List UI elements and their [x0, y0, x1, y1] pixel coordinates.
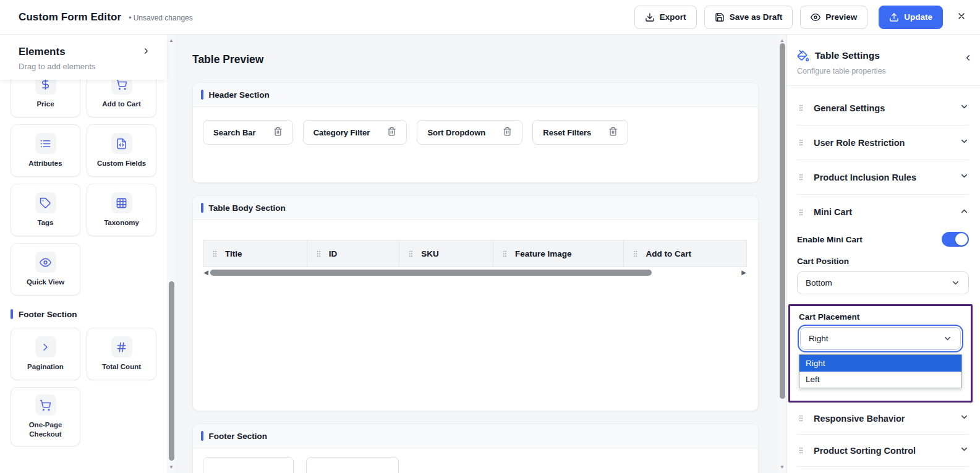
section-bar [201, 203, 203, 213]
table-column-add-to-cart[interactable]: Add to Cart [624, 241, 746, 266]
accordion-label: Product Inclusion Rules [814, 173, 916, 182]
grip-icon [501, 250, 509, 258]
scroll-left-arrow[interactable]: ◀ [203, 270, 209, 276]
chevron-down-icon-slot[interactable] [960, 137, 969, 148]
grip-icon [797, 104, 805, 112]
element-card-total-count[interactable]: Total Count [87, 328, 156, 380]
section-bar [11, 309, 13, 319]
accordion-row-general-settings[interactable]: General Settings [797, 91, 969, 126]
chevron-down-icon-slot[interactable] [960, 445, 969, 456]
cart-position-value: Bottom [806, 278, 832, 288]
table-horizontal-scrollbar[interactable]: ◀ ▶ [203, 268, 747, 277]
element-card-custom-fields[interactable]: Custom Fields [87, 124, 156, 177]
delete-chip-button[interactable] [503, 127, 512, 138]
update-button[interactable]: Update [879, 6, 943, 29]
preview-button[interactable]: Preview [800, 6, 867, 29]
scrollbar-thumb[interactable] [780, 43, 785, 399]
grip-icon [315, 250, 323, 258]
footer-chip[interactable] [306, 457, 399, 473]
cart-placement-dropdown: RightLeft [799, 354, 962, 388]
dropdown-option-right[interactable]: Right [799, 355, 961, 372]
chevron-down-icon-slot[interactable] [960, 412, 969, 424]
dropdown-option-left[interactable]: Left [799, 372, 961, 388]
chevron-down-icon [960, 171, 969, 181]
element-card-tags[interactable]: Tags [11, 184, 80, 236]
accordion-row-responsive-behavior[interactable]: Responsive Behavior [797, 403, 969, 435]
elements-grid: PriceAdd to CartAttributesCustom FieldsT… [11, 65, 167, 296]
element-card-attributes[interactable]: Attributes [11, 124, 80, 177]
preview-button-label: Preview [825, 12, 857, 22]
footer-section-titlebar[interactable]: Footer Section [193, 424, 758, 448]
elements-panel-subtitle: Drag to add elements [19, 62, 151, 71]
accordion-row-product-sorting-control[interactable]: Product Sorting Control [797, 435, 969, 467]
file-code-icon [116, 138, 127, 150]
chip-sort-dropdown[interactable]: Sort Dropdown [417, 120, 522, 145]
elements-sidebar-content: Elements Drag to add elements PriceAdd t… [0, 35, 176, 473]
settings-collapse-button[interactable] [963, 53, 973, 64]
cart-icon [116, 79, 127, 90]
cart-placement-label: Cart Placement [799, 312, 962, 322]
scrollbar-track[interactable] [209, 270, 741, 276]
column-label: Add to Cart [646, 249, 691, 258]
element-card-one-page-checkout[interactable]: One-Page Checkout [11, 387, 80, 446]
chip-search-bar[interactable]: Search Bar [203, 120, 293, 145]
cart-placement-select[interactable]: Right [800, 327, 961, 350]
table-column-id[interactable]: ID [307, 241, 400, 266]
accordion-row-product-inclusion-rules[interactable]: Product Inclusion Rules [797, 160, 969, 195]
topbar-actions: Export Save as Draft Preview Update [634, 6, 966, 29]
element-card-label: Tags [38, 218, 54, 228]
trash-icon [387, 127, 396, 136]
table-body-titlebar[interactable]: Table Body Section [193, 196, 758, 220]
scrollbar-thumb[interactable] [169, 281, 174, 461]
chip-category-filter[interactable]: Category Filter [303, 120, 407, 145]
table-column-feature-image[interactable]: Feature Image [493, 241, 624, 266]
element-card-taxonomy[interactable]: Taxonomy [87, 184, 156, 236]
table-column-sku[interactable]: SKU [399, 241, 493, 266]
table-preview-title: Table Preview [192, 53, 786, 66]
main-scrollbar[interactable]: ▲ ▼ [778, 35, 786, 473]
scroll-up-arrow[interactable]: ▲ [167, 36, 176, 45]
table-settings-panel: Table Settings Configure table propertie… [786, 35, 980, 473]
footer-chip[interactable] [203, 457, 294, 473]
section-bar [201, 90, 203, 100]
table-column-title[interactable]: Title [203, 241, 307, 266]
element-card-pagination[interactable]: Pagination [11, 328, 80, 380]
chevron-left-icon [963, 53, 973, 62]
save-as-draft-label: Save as Draft [730, 12, 783, 22]
chip-reset-filters[interactable]: Reset Filters [532, 120, 628, 145]
enable-mini-cart-toggle[interactable] [942, 232, 969, 247]
scroll-down-arrow[interactable]: ▼ [167, 462, 176, 472]
export-button[interactable]: Export [634, 6, 697, 29]
element-card-quick-view[interactable]: Quick View [11, 243, 80, 296]
sidebar-scrollbar[interactable]: ▲ ▼ [167, 35, 176, 473]
close-button[interactable] [957, 11, 966, 23]
footer-chips [193, 448, 758, 473]
chevron-up-icon-slot[interactable] [960, 207, 969, 218]
grip-icon [797, 446, 805, 454]
delete-chip-button[interactable] [387, 127, 396, 138]
hash-icon [116, 341, 127, 353]
cart-position-select[interactable]: Bottom [797, 271, 969, 294]
header-section-titlebar[interactable]: Header Section [193, 83, 758, 107]
elements-collapse-button[interactable] [142, 46, 151, 58]
save-icon [715, 12, 725, 22]
scroll-right-arrow[interactable]: ▶ [741, 270, 747, 276]
element-card-label: Add to Cart [102, 100, 141, 109]
scroll-down-arrow[interactable]: ▼ [778, 462, 786, 472]
accordion-sections-before: General SettingsUser Role RestrictionPro… [797, 91, 969, 195]
grid-icon [116, 197, 127, 209]
scrollbar-thumb[interactable] [210, 270, 652, 276]
accordion-row-user-role-restriction[interactable]: User Role Restriction [797, 126, 969, 160]
topbar-left: Custom Form Editor • Unsaved changes [19, 11, 193, 23]
save-as-draft-button[interactable]: Save as Draft [704, 6, 793, 29]
accordion-row-mini-cart[interactable]: Mini Cart [797, 195, 969, 229]
delete-chip-button[interactable] [608, 127, 618, 138]
delete-chip-button[interactable] [273, 127, 283, 138]
chevron-up-icon [960, 207, 969, 216]
download-icon [645, 12, 655, 22]
column-label: Title [225, 249, 242, 258]
accordion-label: General Settings [814, 103, 885, 113]
trash-icon [608, 127, 618, 136]
chevron-down-icon-slot[interactable] [960, 171, 969, 183]
chevron-down-icon-slot[interactable] [960, 102, 969, 114]
